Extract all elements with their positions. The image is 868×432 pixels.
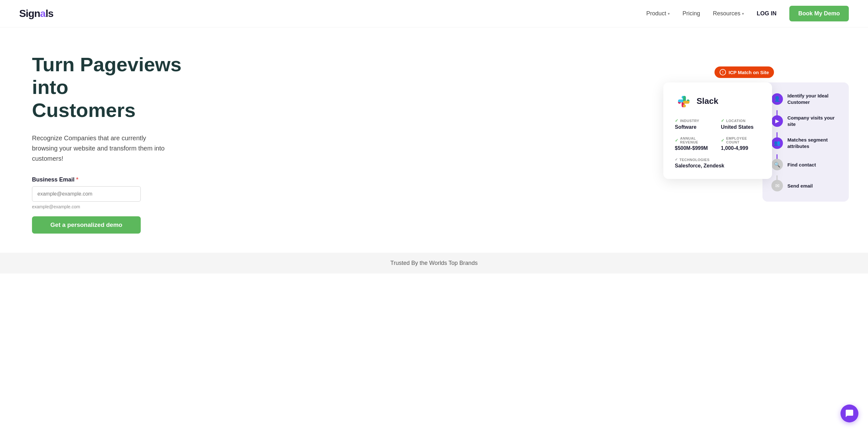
step-icon-2: 👥 xyxy=(771,137,783,149)
icp-badge-icon: ! xyxy=(720,69,726,75)
company-industry: ✓ INDUSTRY Software xyxy=(675,118,714,130)
slack-logo-icon xyxy=(675,93,691,109)
step-label-0: Identify your Ideal Customer xyxy=(787,93,840,105)
company-location: ✓ LOCATION United States xyxy=(721,118,761,130)
steps-list: 👤Identify your Ideal Customer▶Company vi… xyxy=(771,93,840,191)
required-marker: * xyxy=(76,176,79,183)
step-icon-3: 🔍 xyxy=(771,159,783,170)
chat-icon xyxy=(845,409,854,418)
hero-left: Turn Pageviews into Customers Recognize … xyxy=(32,53,192,234)
step-item-2: 👥Matches segment attributes xyxy=(771,137,840,149)
nav-book-demo-button[interactable]: Book My Demo xyxy=(789,6,849,22)
chat-bubble-button[interactable] xyxy=(840,404,859,423)
step-item-1: ▶Company visits your site xyxy=(771,115,840,127)
step-item-0: 👤Identify your Ideal Customer xyxy=(771,93,840,105)
logo[interactable]: Signals xyxy=(19,8,54,20)
get-demo-button[interactable]: Get a personalized demo xyxy=(32,216,141,234)
step-label-1: Company visits your site xyxy=(787,115,840,127)
step-label-4: Send email xyxy=(787,183,813,189)
step-item-3: 🔍Find contact xyxy=(771,159,840,170)
icp-badge-label: ICP Match on Site xyxy=(728,70,769,75)
hero-illustration: ! ICP Match on Site Slack xyxy=(663,66,849,220)
hero-heading: Turn Pageviews into Customers xyxy=(32,53,192,122)
resources-chevron-icon: ▾ xyxy=(742,11,744,16)
company-header: Slack xyxy=(675,93,761,109)
step-label-2: Matches segment attributes xyxy=(787,137,840,149)
company-details-grid: ✓ INDUSTRY Software ✓ LOCATION United St… xyxy=(675,118,761,151)
hero-section: Turn Pageviews into Customers Recognize … xyxy=(0,28,868,253)
company-revenue: ✓ ANNUAL REVENUE $500M-$999M xyxy=(675,136,714,151)
product-chevron-icon: ▾ xyxy=(668,11,670,16)
steps-panel: 👤Identify your Ideal Customer▶Company vi… xyxy=(763,82,849,202)
footer-text: Trusted By the Worlds Top Brands xyxy=(391,260,478,266)
hero-subtext: Recognize Companies that are currently b… xyxy=(32,133,166,164)
email-label: Business Email * xyxy=(32,176,192,183)
nav-links: Product ▾ Pricing Resources ▾ LOG IN Boo… xyxy=(646,6,849,22)
nav-login[interactable]: LOG IN xyxy=(757,10,777,17)
company-technologies: ✓ TECHNOLOGIES Salesforce, Zendesk xyxy=(675,158,761,169)
step-icon-4: ✉ xyxy=(771,180,783,191)
email-input[interactable] xyxy=(32,186,141,202)
navbar: Signals Product ▾ Pricing Resources ▾ LO… xyxy=(0,0,868,28)
company-employees: ✓ EMPLOYEE COUNT 1,000-4,999 xyxy=(721,136,761,151)
company-card: Slack ✓ INDUSTRY Software ✓ LOCATION Uni… xyxy=(663,82,772,179)
company-name: Slack xyxy=(696,96,718,106)
footer-strip: Trusted By the Worlds Top Brands xyxy=(0,253,868,273)
nav-pricing[interactable]: Pricing xyxy=(682,10,700,17)
step-item-4: ✉Send email xyxy=(771,180,840,191)
step-icon-1: ▶ xyxy=(771,115,783,127)
nav-resources[interactable]: Resources ▾ xyxy=(713,10,744,17)
icp-badge: ! ICP Match on Site xyxy=(714,66,774,78)
nav-product[interactable]: Product ▾ xyxy=(646,10,670,17)
email-hint: example@example.com xyxy=(32,204,192,209)
step-label-3: Find contact xyxy=(787,162,816,168)
step-icon-0: 👤 xyxy=(771,93,783,105)
